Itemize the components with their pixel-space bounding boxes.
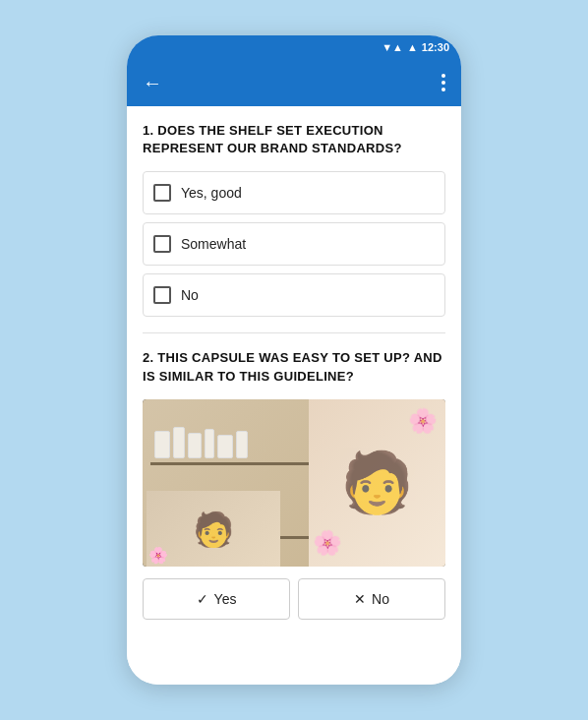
product-6: [236, 431, 248, 458]
x-icon: ✕: [354, 591, 366, 607]
menu-dot: [441, 74, 445, 78]
question-1: 1. DOES THE SHELF SET EXECUTION REPRESEN…: [143, 122, 445, 317]
back-button[interactable]: ←: [139, 68, 166, 98]
product-4: [205, 429, 214, 458]
option-somewhat[interactable]: Somewhat: [143, 222, 445, 266]
woman-figure-right: 🧑: [340, 448, 414, 517]
status-bar: ▼▲ ▲ 12:30: [127, 35, 461, 59]
content-area: 1. DOES THE SHELF SET EXECUTION REPRESEN…: [127, 106, 461, 685]
guideline-image: 🌸 🌸 🧑 🧑 🌸: [143, 399, 445, 567]
option-yes-good-label: Yes, good: [181, 185, 242, 201]
menu-dot: [441, 88, 445, 91]
yes-label: Yes: [214, 591, 237, 607]
option-no-label: No: [181, 287, 199, 303]
option-yes-good[interactable]: Yes, good: [143, 171, 445, 214]
answer-buttons: ✓ Yes ✕ No: [143, 578, 445, 620]
woman-figure-bottom: 🧑: [193, 510, 234, 549]
product-3: [188, 433, 202, 458]
woman-image-bottom: 🧑 🌸: [147, 491, 280, 567]
yes-button[interactable]: ✓ Yes: [143, 578, 290, 620]
nav-bar: ←: [127, 59, 461, 106]
checkbox-somewhat[interactable]: [153, 235, 171, 253]
question-2-text: 2. THIS CAPSULE WAS EASY TO SET UP? AND …: [143, 349, 445, 385]
question-2: 2. THIS CAPSULE WAS EASY TO SET UP? AND …: [143, 349, 445, 619]
option-somewhat-label: Somewhat: [181, 236, 246, 252]
option-no[interactable]: No: [143, 273, 445, 317]
check-icon: ✓: [197, 591, 208, 607]
flower-accent-2: 🌸: [313, 529, 342, 557]
checkbox-no[interactable]: [153, 286, 171, 304]
product-1: [154, 431, 170, 458]
status-time: 12:30: [422, 41, 449, 53]
status-icons: ▼▲ ▲ 12:30: [382, 41, 449, 53]
question-1-text: 1. DOES THE SHELF SET EXECUTION REPRESEN…: [143, 122, 445, 157]
signal-icon: ▲: [407, 41, 418, 53]
flower-accent-3: 🌸: [148, 546, 168, 565]
wifi-icon: ▼▲: [382, 41, 403, 53]
menu-dot: [441, 81, 445, 85]
woman-image-right: 🌸 🌸 🧑: [309, 399, 445, 567]
no-label: No: [372, 591, 389, 607]
section-divider: [143, 332, 445, 333]
phone-frame: ▼▲ ▲ 12:30 ← 1. DOES THE SHELF SET EXECU…: [127, 35, 461, 685]
product-2: [173, 427, 185, 458]
product-5: [217, 435, 233, 458]
no-button[interactable]: ✕ No: [298, 578, 445, 620]
checkbox-yes-good[interactable]: [153, 184, 171, 202]
menu-button[interactable]: [438, 70, 449, 95]
flower-accent-1: 🌸: [408, 407, 438, 435]
